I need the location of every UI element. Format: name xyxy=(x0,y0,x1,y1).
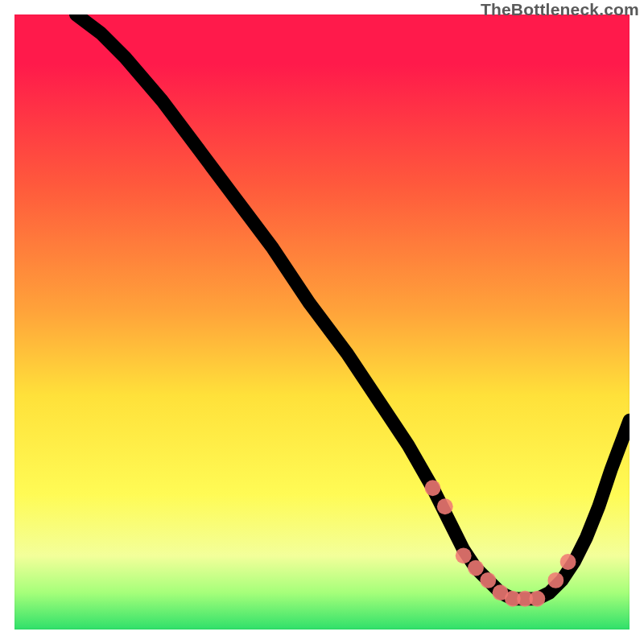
plot-area xyxy=(14,14,630,630)
data-dot xyxy=(547,572,564,588)
attribution-text: TheBottleneck.com xyxy=(481,0,639,19)
data-dot xyxy=(425,480,441,496)
data-dot xyxy=(560,554,576,570)
data-dot xyxy=(468,560,484,576)
data-dot xyxy=(437,498,453,514)
curve-overlay xyxy=(14,14,630,630)
dot-group xyxy=(425,480,576,606)
bottleneck-curve xyxy=(76,14,630,599)
chart-container: TheBottleneck.com xyxy=(0,0,644,644)
data-dot xyxy=(456,547,472,564)
data-dot xyxy=(480,572,496,588)
data-dot xyxy=(529,591,545,607)
